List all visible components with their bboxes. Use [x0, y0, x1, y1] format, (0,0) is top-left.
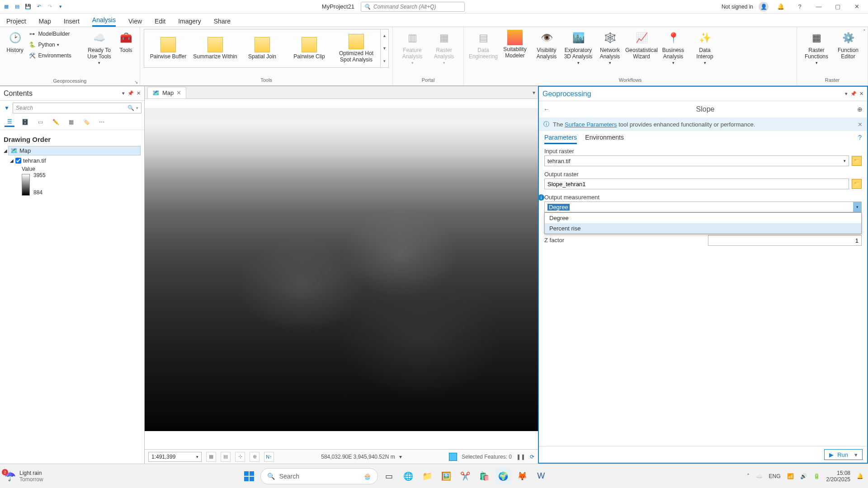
collapse-layer-icon[interactable]: ◢: [10, 158, 14, 163]
close-icon[interactable]: ✕: [859, 91, 863, 97]
new-project-icon[interactable]: ▦: [2, 2, 11, 11]
snipping-tool-icon[interactable]: ✂️: [458, 469, 473, 484]
chevron-down-icon[interactable]: ▾: [399, 454, 402, 460]
close-tab-icon[interactable]: ✕: [176, 89, 181, 96]
help-icon[interactable]: ?: [793, 1, 807, 12]
visibility-analysis-button[interactable]: 👁️Visibility Analysis: [531, 29, 562, 66]
gallery-summarize-within[interactable]: Summarize Within: [193, 37, 237, 60]
chevron-down-icon[interactable]: ▾: [845, 91, 848, 97]
taskbar-search[interactable]: 🔍Search🧁: [260, 468, 378, 484]
gallery-hotspot[interactable]: Optimized Hot Spot Analysis: [334, 34, 378, 63]
gallery-down-icon[interactable]: ▼: [381, 42, 388, 55]
map-node[interactable]: 🗺️ Map: [8, 146, 141, 155]
dialog-launcher-icon[interactable]: ↘: [134, 80, 138, 84]
layer-node-tehran[interactable]: ◢ tehran.tif: [4, 155, 141, 166]
refresh-icon[interactable]: ⟳: [530, 454, 534, 460]
ribbon-tab-analysis[interactable]: Analysis: [92, 16, 116, 27]
geostatistical-wizard-button[interactable]: 📈Geostatistical Wizard: [626, 29, 657, 66]
open-project-icon[interactable]: ▤: [13, 2, 22, 11]
task-view-icon[interactable]: ▭: [382, 469, 397, 484]
ribbon-tab-project[interactable]: Project: [6, 18, 26, 27]
close-icon[interactable]: ✕: [137, 90, 141, 96]
list-by-labeling-icon[interactable]: 🏷️: [81, 117, 91, 127]
gallery-pairwise-clip[interactable]: Pairwise Clip: [287, 37, 331, 60]
notifications-tray-icon[interactable]: 🔔: [857, 473, 863, 479]
browse-input-button[interactable]: 📁: [852, 156, 862, 166]
gallery-pairwise-buffer[interactable]: Pairwise Buffer: [146, 37, 190, 60]
ribbon-tab-insert[interactable]: Insert: [64, 18, 80, 27]
collapse-map-icon[interactable]: ◢: [4, 148, 7, 153]
pin-icon[interactable]: 📌: [127, 90, 134, 96]
onedrive-icon[interactable]: ☁️: [756, 473, 763, 479]
list-by-selection-icon[interactable]: ▭: [35, 117, 45, 127]
gallery-spatial-join[interactable]: Spatial Join: [240, 37, 284, 60]
environments-button[interactable]: 🛠️Environments: [28, 51, 83, 61]
tab-environments[interactable]: Environments: [585, 134, 624, 144]
output-raster-input[interactable]: [544, 178, 849, 189]
start-button[interactable]: [241, 469, 257, 484]
map-canvas[interactable]: [145, 99, 538, 449]
dynamic-constraints-icon[interactable]: ⊕: [250, 452, 259, 462]
parameter-info-icon[interactable]: i: [538, 194, 544, 201]
north-icon[interactable]: N↑: [264, 452, 274, 462]
ribbon-tab-map[interactable]: Map: [39, 18, 51, 27]
dismiss-info-icon[interactable]: ✕: [858, 121, 863, 128]
layer-visibility-checkbox[interactable]: [15, 158, 21, 164]
filter-icon[interactable]: ▼: [3, 104, 11, 112]
arcgis-pro-icon[interactable]: 🌍: [495, 469, 511, 484]
gallery-up-icon[interactable]: ▲: [381, 29, 388, 42]
file-explorer-icon[interactable]: 📁: [420, 469, 435, 484]
wifi-icon[interactable]: 📶: [787, 473, 794, 479]
ready-to-use-tools-button[interactable]: ☁️ Ready To Use Tools▾: [85, 29, 114, 78]
exploratory-3d-button[interactable]: 🏙️Exploratory 3D Analysis▾: [562, 29, 594, 66]
tab-dropdown-icon[interactable]: ▾: [533, 89, 535, 96]
business-analysis-button[interactable]: 📍Business Analysis▾: [657, 29, 689, 66]
constraint-icon[interactable]: ▦: [206, 452, 216, 462]
clock[interactable]: 15:08 2/20/2025: [826, 470, 850, 483]
add-to-model-icon[interactable]: ⊕: [857, 106, 863, 113]
back-icon[interactable]: ←: [543, 106, 553, 113]
photos-icon[interactable]: 🖼️: [439, 469, 454, 484]
redo-icon[interactable]: ↷: [45, 2, 54, 11]
list-by-drawing-order-icon[interactable]: ☰: [5, 117, 14, 127]
minimize-button[interactable]: —: [812, 1, 826, 12]
battery-icon[interactable]: 🔋: [813, 473, 820, 479]
user-icon[interactable]: 👤: [759, 2, 769, 12]
output-measurement-combo[interactable]: Degree ▾: [544, 202, 862, 212]
ribbon-tab-imagery[interactable]: Imagery: [178, 18, 201, 27]
signin-label[interactable]: Not signed in: [722, 4, 753, 10]
tray-overflow-icon[interactable]: ˄: [747, 473, 750, 479]
map-tab[interactable]: 🗺️ Map ✕: [147, 87, 186, 99]
volume-icon[interactable]: 🔊: [800, 473, 807, 479]
weather-widget[interactable]: ☂️2 Light rain Tomorrow: [5, 470, 43, 483]
grid-icon[interactable]: ▤: [221, 452, 231, 462]
language-indicator[interactable]: ENG: [769, 473, 781, 479]
store-icon[interactable]: 🛍️: [476, 469, 492, 484]
run-button[interactable]: ▶ Run ▾: [824, 449, 863, 460]
tab-parameters[interactable]: Parameters: [544, 134, 577, 144]
ribbon-tab-share[interactable]: Share: [214, 18, 231, 27]
data-interop-button[interactable]: ✨Data Interop▾: [689, 29, 721, 66]
list-by-snapping-icon[interactable]: ▦: [66, 117, 76, 127]
chevron-down-icon[interactable]: ▾: [122, 90, 125, 96]
modelbuilder-button[interactable]: ⊶ModelBuilder: [28, 29, 83, 39]
option-percent-rise[interactable]: Percent rise: [545, 223, 861, 234]
browse-output-button[interactable]: 📁: [852, 179, 862, 189]
undo-icon[interactable]: ↶: [34, 2, 43, 11]
list-by-source-icon[interactable]: 🗄️: [20, 117, 30, 127]
word-icon[interactable]: W: [533, 469, 549, 484]
function-editor-button[interactable]: ⚙️Function Editor: [832, 29, 864, 66]
suitability-modeler-button[interactable]: Suitability Modeler: [499, 29, 531, 66]
command-search-input[interactable]: 🔍 Command Search (Alt+Q): [361, 2, 465, 12]
chevron-down-icon[interactable]: ▾: [136, 106, 138, 110]
zfactor-input[interactable]: [708, 235, 862, 246]
surface-parameters-link[interactable]: Surface Parameters: [565, 121, 617, 128]
collapse-ribbon-icon[interactable]: ˄: [863, 29, 866, 35]
contents-search-input[interactable]: Search 🔍 ▾: [13, 103, 142, 113]
pause-icon[interactable]: ❚❚: [516, 454, 525, 460]
qat-dropdown-icon[interactable]: ▾: [56, 2, 65, 11]
firefox-icon[interactable]: 🦊: [514, 469, 530, 484]
save-icon[interactable]: 💾: [24, 2, 33, 11]
ribbon-tab-edit[interactable]: Edit: [155, 18, 165, 27]
gallery-expand-icon[interactable]: ▾: [381, 55, 388, 67]
